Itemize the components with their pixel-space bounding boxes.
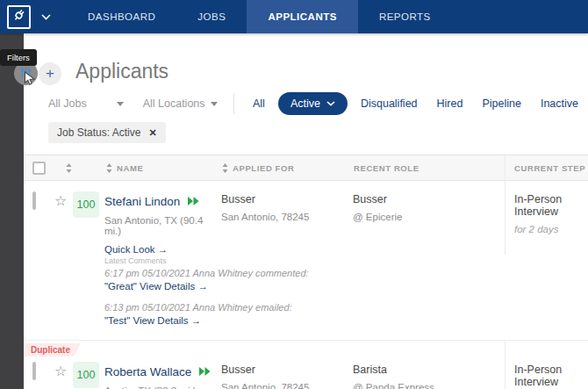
page-title: Applicants bbox=[75, 60, 169, 83]
applicant-location: Austin, TX (88.8 mi.) bbox=[104, 385, 219, 389]
locations-dropdown-value: All Locations bbox=[143, 97, 205, 110]
comment-view-details-link[interactable]: "Test" View Details → bbox=[104, 314, 588, 328]
nav-item-applicants[interactable]: APPLICANTS bbox=[247, 0, 357, 33]
current-step-cell: In-Person Interview for 2 days bbox=[505, 181, 588, 255]
applicant-name-link[interactable]: Roberta Wallace bbox=[104, 365, 191, 378]
star-icon[interactable]: ☆ bbox=[54, 364, 67, 378]
nav-item-reports[interactable]: REPORTS bbox=[358, 0, 452, 33]
remove-filter-icon[interactable]: ✕ bbox=[148, 127, 156, 139]
comments-label: Latest Comments bbox=[104, 256, 588, 265]
row-checkbox[interactable] bbox=[32, 362, 36, 380]
tab-inactive[interactable]: Inactive bbox=[531, 97, 588, 110]
add-applicant-button[interactable]: + bbox=[39, 62, 61, 85]
current-step-label: CURRENT STEP bbox=[514, 163, 585, 173]
column-header-name[interactable]: NAME bbox=[117, 163, 143, 173]
latest-comments: Latest Comments 6:17 pm 05/10/2021 Anna … bbox=[104, 249, 588, 340]
table-row: Duplicate ☆ 100 Roberta Wallace Austin, … bbox=[24, 341, 588, 389]
chevron-down-icon bbox=[211, 102, 218, 106]
quick-look-link[interactable]: Quick Look → bbox=[104, 244, 219, 255]
current-step-cell: In-Person Interview for 16 days bbox=[505, 341, 588, 389]
column-header-current-step: CURRENT STEP bbox=[505, 155, 588, 180]
filter-chip-label: Job Status: Active bbox=[57, 126, 140, 139]
chevron-down-icon bbox=[117, 102, 124, 106]
applicants-table: NAME APPLIED FOR RECENT ROLE CURRENT STE… bbox=[24, 155, 588, 389]
brand-chevron-down-icon[interactable] bbox=[41, 14, 51, 20]
filters-tooltip: Filters bbox=[0, 49, 37, 66]
applicant-name-link[interactable]: Stefani Lindon bbox=[104, 195, 180, 208]
nav-item-dashboard[interactable]: DASHBOARD bbox=[67, 0, 176, 33]
top-nav: DASHBOARD JOBS APPLICANTS REPORTS bbox=[0, 0, 588, 33]
tab-pipeline[interactable]: Pipeline bbox=[472, 97, 530, 110]
applied-role: Busser bbox=[221, 193, 350, 205]
nav-menu: DASHBOARD JOBS APPLICANTS REPORTS bbox=[67, 0, 452, 33]
recent-role: Barista bbox=[353, 364, 505, 376]
applied-role: Busser bbox=[221, 364, 350, 376]
recent-role: Busser bbox=[353, 193, 505, 205]
status-tabs: All Active Disqualified Hired Pipeline I… bbox=[243, 92, 588, 115]
collapsed-sidebar bbox=[0, 33, 24, 389]
jobs-dropdown[interactable]: All Jobs bbox=[48, 97, 124, 110]
plug-icon bbox=[11, 7, 27, 26]
chevron-down-icon bbox=[326, 101, 335, 106]
table-row: ☆ 100 Stefani Lindon San Antonio, TX (90… bbox=[24, 181, 588, 341]
comment-meta: 6:13 pm 05/10/2021 Anna Whitney emailed: bbox=[104, 301, 588, 314]
jobs-dropdown-value: All Jobs bbox=[48, 97, 87, 110]
step-duration: for 2 days bbox=[514, 224, 588, 234]
current-step: In-Person Interview bbox=[514, 193, 588, 218]
tab-all[interactable]: All bbox=[243, 97, 275, 110]
tab-active-label: Active bbox=[290, 97, 320, 110]
recent-company: @ Epicerie bbox=[353, 212, 505, 222]
comment-meta: 6:17 pm 05/10/2021 Anna Whitney commente… bbox=[104, 267, 588, 280]
applicant-location: San Antonio, TX (90.4 mi.) bbox=[104, 215, 219, 236]
recent-company: @ Panda Express bbox=[353, 382, 505, 389]
divider bbox=[233, 93, 234, 114]
sliders-filter-icon bbox=[20, 66, 32, 82]
nav-item-jobs[interactable]: JOBS bbox=[176, 0, 247, 33]
tab-hired[interactable]: Hired bbox=[427, 97, 473, 110]
current-step: In-Person Interview bbox=[514, 364, 588, 388]
select-all-checkbox[interactable] bbox=[32, 162, 46, 175]
duplicate-badge: Duplicate bbox=[24, 343, 81, 357]
star-icon[interactable]: ☆ bbox=[54, 193, 67, 208]
applied-location: San Antonio, 78245 bbox=[221, 212, 350, 222]
score-badge: 100 bbox=[73, 191, 99, 218]
job-status-filter-chip: Job Status: Active ✕ bbox=[48, 122, 166, 143]
tab-disqualified[interactable]: Disqualified bbox=[351, 97, 427, 110]
applied-location: San Antonio, 78245 bbox=[221, 382, 350, 389]
locations-dropdown[interactable]: All Locations bbox=[143, 97, 219, 110]
filter-bar: All Jobs All Locations All Active Disqua… bbox=[48, 92, 588, 115]
tab-active[interactable]: Active bbox=[278, 92, 348, 115]
brand-logo[interactable] bbox=[7, 5, 31, 29]
column-header-recent-role: RECENT ROLE bbox=[354, 163, 419, 173]
fast-forward-icon[interactable] bbox=[199, 364, 211, 379]
fast-forward-icon[interactable] bbox=[188, 193, 199, 209]
comment-view-details-link[interactable]: "Great" View Details → bbox=[104, 280, 588, 293]
column-header-applied-for[interactable]: APPLIED FOR bbox=[233, 163, 294, 173]
sort-score-icon[interactable] bbox=[66, 163, 72, 173]
sort-name-icon[interactable] bbox=[106, 163, 112, 173]
row-checkbox[interactable] bbox=[32, 191, 36, 210]
score-badge: 100 bbox=[73, 362, 99, 388]
sort-applied-icon[interactable] bbox=[222, 163, 228, 173]
table-header: NAME APPLIED FOR RECENT ROLE CURRENT STE… bbox=[24, 155, 588, 181]
